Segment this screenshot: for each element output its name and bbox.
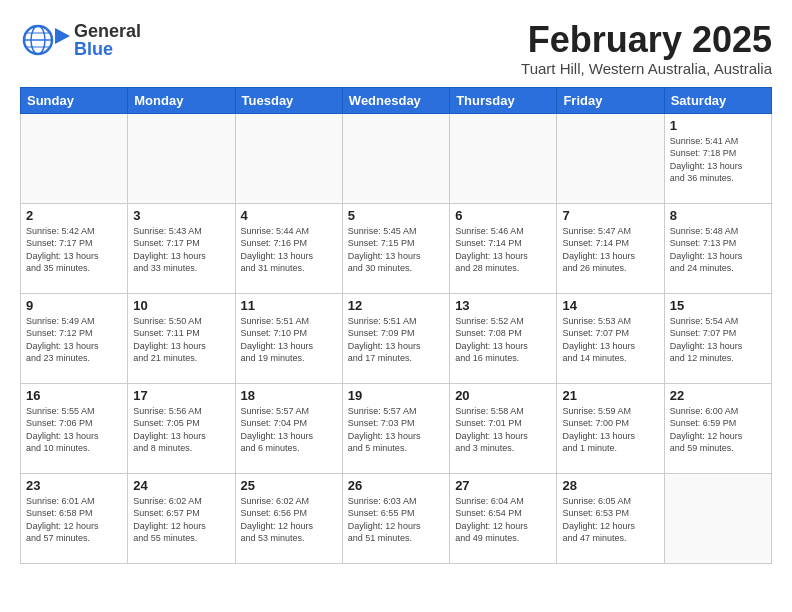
day-info: Sunrise: 5:48 AM Sunset: 7:13 PM Dayligh… <box>670 225 766 275</box>
svg-marker-5 <box>55 28 70 44</box>
day-number: 23 <box>26 478 122 493</box>
day-info: Sunrise: 5:51 AM Sunset: 7:09 PM Dayligh… <box>348 315 444 365</box>
day-number: 25 <box>241 478 337 493</box>
weekday-header-sunday: Sunday <box>21 87 128 113</box>
day-number: 18 <box>241 388 337 403</box>
day-number: 13 <box>455 298 551 313</box>
calendar-day <box>128 113 235 203</box>
day-number: 21 <box>562 388 658 403</box>
calendar-day: 13Sunrise: 5:52 AM Sunset: 7:08 PM Dayli… <box>450 293 557 383</box>
day-info: Sunrise: 5:45 AM Sunset: 7:15 PM Dayligh… <box>348 225 444 275</box>
day-number: 5 <box>348 208 444 223</box>
day-info: Sunrise: 5:57 AM Sunset: 7:04 PM Dayligh… <box>241 405 337 455</box>
calendar-day <box>235 113 342 203</box>
calendar-day: 9Sunrise: 5:49 AM Sunset: 7:12 PM Daylig… <box>21 293 128 383</box>
calendar-table: SundayMondayTuesdayWednesdayThursdayFrid… <box>20 87 772 564</box>
calendar-day: 2Sunrise: 5:42 AM Sunset: 7:17 PM Daylig… <box>21 203 128 293</box>
day-number: 15 <box>670 298 766 313</box>
calendar-day: 19Sunrise: 5:57 AM Sunset: 7:03 PM Dayli… <box>342 383 449 473</box>
day-info: Sunrise: 5:44 AM Sunset: 7:16 PM Dayligh… <box>241 225 337 275</box>
calendar-week-0: 1Sunrise: 5:41 AM Sunset: 7:18 PM Daylig… <box>21 113 772 203</box>
calendar-day: 27Sunrise: 6:04 AM Sunset: 6:54 PM Dayli… <box>450 473 557 563</box>
logo: General Blue <box>20 20 141 60</box>
day-number: 12 <box>348 298 444 313</box>
calendar-week-4: 23Sunrise: 6:01 AM Sunset: 6:58 PM Dayli… <box>21 473 772 563</box>
day-info: Sunrise: 6:02 AM Sunset: 6:57 PM Dayligh… <box>133 495 229 545</box>
day-info: Sunrise: 6:05 AM Sunset: 6:53 PM Dayligh… <box>562 495 658 545</box>
day-number: 24 <box>133 478 229 493</box>
day-number: 17 <box>133 388 229 403</box>
day-info: Sunrise: 5:53 AM Sunset: 7:07 PM Dayligh… <box>562 315 658 365</box>
calendar-day: 7Sunrise: 5:47 AM Sunset: 7:14 PM Daylig… <box>557 203 664 293</box>
day-info: Sunrise: 5:42 AM Sunset: 7:17 PM Dayligh… <box>26 225 122 275</box>
day-info: Sunrise: 5:58 AM Sunset: 7:01 PM Dayligh… <box>455 405 551 455</box>
day-info: Sunrise: 5:41 AM Sunset: 7:18 PM Dayligh… <box>670 135 766 185</box>
weekday-header-saturday: Saturday <box>664 87 771 113</box>
day-info: Sunrise: 5:56 AM Sunset: 7:05 PM Dayligh… <box>133 405 229 455</box>
day-number: 20 <box>455 388 551 403</box>
calendar-day <box>342 113 449 203</box>
month-title: February 2025 <box>521 20 772 60</box>
location: Tuart Hill, Western Australia, Australia <box>521 60 772 77</box>
calendar-day: 1Sunrise: 5:41 AM Sunset: 7:18 PM Daylig… <box>664 113 771 203</box>
day-info: Sunrise: 5:55 AM Sunset: 7:06 PM Dayligh… <box>26 405 122 455</box>
calendar-day: 8Sunrise: 5:48 AM Sunset: 7:13 PM Daylig… <box>664 203 771 293</box>
calendar-day: 15Sunrise: 5:54 AM Sunset: 7:07 PM Dayli… <box>664 293 771 383</box>
day-number: 6 <box>455 208 551 223</box>
weekday-header-row: SundayMondayTuesdayWednesdayThursdayFrid… <box>21 87 772 113</box>
day-number: 26 <box>348 478 444 493</box>
day-number: 8 <box>670 208 766 223</box>
calendar-day <box>664 473 771 563</box>
day-number: 19 <box>348 388 444 403</box>
day-number: 7 <box>562 208 658 223</box>
calendar-day: 26Sunrise: 6:03 AM Sunset: 6:55 PM Dayli… <box>342 473 449 563</box>
day-number: 14 <box>562 298 658 313</box>
day-number: 3 <box>133 208 229 223</box>
day-info: Sunrise: 5:52 AM Sunset: 7:08 PM Dayligh… <box>455 315 551 365</box>
day-info: Sunrise: 6:03 AM Sunset: 6:55 PM Dayligh… <box>348 495 444 545</box>
weekday-header-wednesday: Wednesday <box>342 87 449 113</box>
weekday-header-tuesday: Tuesday <box>235 87 342 113</box>
calendar-day: 24Sunrise: 6:02 AM Sunset: 6:57 PM Dayli… <box>128 473 235 563</box>
weekday-header-monday: Monday <box>128 87 235 113</box>
calendar-day: 22Sunrise: 6:00 AM Sunset: 6:59 PM Dayli… <box>664 383 771 473</box>
calendar-day <box>557 113 664 203</box>
day-info: Sunrise: 6:04 AM Sunset: 6:54 PM Dayligh… <box>455 495 551 545</box>
calendar-day: 25Sunrise: 6:02 AM Sunset: 6:56 PM Dayli… <box>235 473 342 563</box>
calendar-day: 10Sunrise: 5:50 AM Sunset: 7:11 PM Dayli… <box>128 293 235 383</box>
calendar-day: 3Sunrise: 5:43 AM Sunset: 7:17 PM Daylig… <box>128 203 235 293</box>
day-number: 2 <box>26 208 122 223</box>
calendar-day: 14Sunrise: 5:53 AM Sunset: 7:07 PM Dayli… <box>557 293 664 383</box>
calendar-week-1: 2Sunrise: 5:42 AM Sunset: 7:17 PM Daylig… <box>21 203 772 293</box>
day-info: Sunrise: 5:43 AM Sunset: 7:17 PM Dayligh… <box>133 225 229 275</box>
logo-text: General Blue <box>74 22 141 58</box>
day-info: Sunrise: 6:01 AM Sunset: 6:58 PM Dayligh… <box>26 495 122 545</box>
calendar-day <box>21 113 128 203</box>
logo-general: General <box>74 22 141 40</box>
title-block: February 2025 Tuart Hill, Western Austra… <box>521 20 772 77</box>
logo-icon <box>20 20 70 60</box>
calendar-day: 16Sunrise: 5:55 AM Sunset: 7:06 PM Dayli… <box>21 383 128 473</box>
calendar-day: 18Sunrise: 5:57 AM Sunset: 7:04 PM Dayli… <box>235 383 342 473</box>
calendar-day: 28Sunrise: 6:05 AM Sunset: 6:53 PM Dayli… <box>557 473 664 563</box>
day-info: Sunrise: 6:00 AM Sunset: 6:59 PM Dayligh… <box>670 405 766 455</box>
calendar-week-2: 9Sunrise: 5:49 AM Sunset: 7:12 PM Daylig… <box>21 293 772 383</box>
day-number: 28 <box>562 478 658 493</box>
day-number: 9 <box>26 298 122 313</box>
calendar-day: 4Sunrise: 5:44 AM Sunset: 7:16 PM Daylig… <box>235 203 342 293</box>
day-info: Sunrise: 6:02 AM Sunset: 6:56 PM Dayligh… <box>241 495 337 545</box>
weekday-header-thursday: Thursday <box>450 87 557 113</box>
calendar-day: 21Sunrise: 5:59 AM Sunset: 7:00 PM Dayli… <box>557 383 664 473</box>
calendar-day: 5Sunrise: 5:45 AM Sunset: 7:15 PM Daylig… <box>342 203 449 293</box>
day-number: 10 <box>133 298 229 313</box>
calendar-day <box>450 113 557 203</box>
day-info: Sunrise: 5:57 AM Sunset: 7:03 PM Dayligh… <box>348 405 444 455</box>
calendar-week-3: 16Sunrise: 5:55 AM Sunset: 7:06 PM Dayli… <box>21 383 772 473</box>
page-header: General Blue February 2025 Tuart Hill, W… <box>20 20 772 77</box>
day-info: Sunrise: 5:59 AM Sunset: 7:00 PM Dayligh… <box>562 405 658 455</box>
day-info: Sunrise: 5:49 AM Sunset: 7:12 PM Dayligh… <box>26 315 122 365</box>
weekday-header-friday: Friday <box>557 87 664 113</box>
day-info: Sunrise: 5:54 AM Sunset: 7:07 PM Dayligh… <box>670 315 766 365</box>
day-info: Sunrise: 5:51 AM Sunset: 7:10 PM Dayligh… <box>241 315 337 365</box>
day-number: 27 <box>455 478 551 493</box>
